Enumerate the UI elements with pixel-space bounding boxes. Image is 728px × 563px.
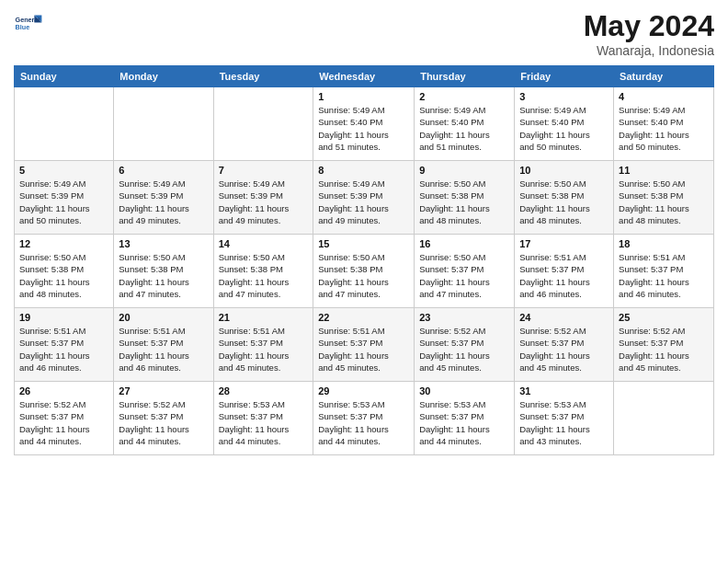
day-info: Sunrise: 5:51 AM Sunset: 5:37 PM Dayligh… [318, 325, 409, 373]
day-info: Sunrise: 5:49 AM Sunset: 5:40 PM Dayligh… [318, 104, 409, 153]
day-number: 16 [419, 238, 509, 249]
table-row: 8Sunrise: 5:49 AM Sunset: 5:39 PM Daylig… [313, 161, 415, 235]
day-number: 26 [19, 385, 108, 396]
day-number: 11 [619, 165, 709, 176]
table-row: 7Sunrise: 5:49 AM Sunset: 5:39 PM Daylig… [213, 161, 313, 235]
header-saturday: Saturday [614, 66, 714, 87]
day-info: Sunrise: 5:49 AM Sunset: 5:40 PM Dayligh… [419, 104, 509, 153]
table-row [15, 87, 114, 161]
day-number: 18 [619, 238, 709, 249]
day-info: Sunrise: 5:52 AM Sunset: 5:37 PM Dayligh… [519, 325, 609, 373]
day-info: Sunrise: 5:50 AM Sunset: 5:37 PM Dayligh… [419, 251, 509, 300]
table-row: 1Sunrise: 5:49 AM Sunset: 5:40 PM Daylig… [313, 87, 415, 161]
svg-text:Blue: Blue [16, 23, 30, 31]
table-row: 3Sunrise: 5:49 AM Sunset: 5:40 PM Daylig… [515, 87, 614, 161]
day-number: 19 [19, 312, 108, 323]
day-number: 3 [519, 91, 609, 102]
day-info: Sunrise: 5:52 AM Sunset: 5:37 PM Dayligh… [19, 398, 108, 447]
day-info: Sunrise: 5:49 AM Sunset: 5:39 PM Dayligh… [318, 178, 409, 226]
table-row: 20Sunrise: 5:51 AM Sunset: 5:37 PM Dayli… [114, 308, 213, 382]
day-info: Sunrise: 5:49 AM Sunset: 5:40 PM Dayligh… [519, 104, 609, 153]
calendar-table: Sunday Monday Tuesday Wednesday Thursday… [14, 65, 714, 455]
table-row: 23Sunrise: 5:52 AM Sunset: 5:37 PM Dayli… [415, 308, 515, 382]
day-info: Sunrise: 5:50 AM Sunset: 5:38 PM Dayligh… [619, 178, 709, 226]
day-info: Sunrise: 5:50 AM Sunset: 5:38 PM Dayligh… [219, 251, 309, 300]
calendar-location: Wanaraja, Indonesia [584, 43, 714, 58]
week-row-4: 19Sunrise: 5:51 AM Sunset: 5:37 PM Dayli… [15, 308, 714, 382]
day-number: 14 [219, 238, 309, 249]
day-info: Sunrise: 5:51 AM Sunset: 5:37 PM Dayligh… [19, 325, 108, 373]
day-number: 27 [119, 385, 208, 396]
table-row: 22Sunrise: 5:51 AM Sunset: 5:37 PM Dayli… [313, 308, 415, 382]
table-row: 10Sunrise: 5:50 AM Sunset: 5:38 PM Dayli… [515, 161, 614, 235]
table-row: 18Sunrise: 5:51 AM Sunset: 5:37 PM Dayli… [614, 235, 714, 308]
day-info: Sunrise: 5:52 AM Sunset: 5:37 PM Dayligh… [619, 325, 709, 373]
table-row: 19Sunrise: 5:51 AM Sunset: 5:37 PM Dayli… [15, 308, 114, 382]
logo-icon: General Blue [14, 9, 43, 39]
week-row-2: 5Sunrise: 5:49 AM Sunset: 5:39 PM Daylig… [15, 161, 714, 235]
day-number: 12 [19, 238, 108, 249]
table-row: 15Sunrise: 5:50 AM Sunset: 5:38 PM Dayli… [313, 235, 415, 308]
table-row: 21Sunrise: 5:51 AM Sunset: 5:37 PM Dayli… [213, 308, 313, 382]
table-row: 26Sunrise: 5:52 AM Sunset: 5:37 PM Dayli… [15, 382, 114, 455]
day-number: 7 [219, 165, 309, 176]
day-number: 21 [219, 312, 309, 323]
table-row: 29Sunrise: 5:53 AM Sunset: 5:37 PM Dayli… [313, 382, 415, 455]
day-info: Sunrise: 5:50 AM Sunset: 5:38 PM Dayligh… [119, 251, 208, 300]
day-info: Sunrise: 5:50 AM Sunset: 5:38 PM Dayligh… [19, 251, 108, 300]
header-tuesday: Tuesday [213, 66, 313, 87]
table-row: 2Sunrise: 5:49 AM Sunset: 5:40 PM Daylig… [415, 87, 515, 161]
day-number: 28 [219, 385, 309, 396]
day-number: 13 [119, 238, 208, 249]
day-info: Sunrise: 5:53 AM Sunset: 5:37 PM Dayligh… [318, 398, 409, 447]
day-info: Sunrise: 5:49 AM Sunset: 5:40 PM Dayligh… [619, 104, 709, 153]
day-info: Sunrise: 5:53 AM Sunset: 5:37 PM Dayligh… [519, 398, 609, 447]
table-row [114, 87, 213, 161]
day-info: Sunrise: 5:53 AM Sunset: 5:37 PM Dayligh… [419, 398, 509, 447]
calendar-title: May 2024 [584, 9, 714, 43]
day-number: 30 [419, 385, 509, 396]
day-info: Sunrise: 5:51 AM Sunset: 5:37 PM Dayligh… [619, 251, 709, 300]
day-info: Sunrise: 5:52 AM Sunset: 5:37 PM Dayligh… [419, 325, 509, 373]
day-number: 10 [519, 165, 609, 176]
table-row [614, 382, 714, 455]
week-row-3: 12Sunrise: 5:50 AM Sunset: 5:38 PM Dayli… [15, 235, 714, 308]
table-row: 16Sunrise: 5:50 AM Sunset: 5:37 PM Dayli… [415, 235, 515, 308]
table-row: 13Sunrise: 5:50 AM Sunset: 5:38 PM Dayli… [114, 235, 213, 308]
header-thursday: Thursday [415, 66, 515, 87]
day-number: 24 [519, 312, 609, 323]
table-row: 30Sunrise: 5:53 AM Sunset: 5:37 PM Dayli… [415, 382, 515, 455]
week-row-1: 1Sunrise: 5:49 AM Sunset: 5:40 PM Daylig… [15, 87, 714, 161]
day-number: 22 [318, 312, 409, 323]
header-sunday: Sunday [15, 66, 114, 87]
day-info: Sunrise: 5:50 AM Sunset: 5:38 PM Dayligh… [419, 178, 509, 226]
day-number: 29 [318, 385, 409, 396]
day-number: 15 [318, 238, 409, 249]
weekday-header-row: Sunday Monday Tuesday Wednesday Thursday… [15, 66, 714, 87]
header-friday: Friday [515, 66, 614, 87]
table-row: 5Sunrise: 5:49 AM Sunset: 5:39 PM Daylig… [15, 161, 114, 235]
day-info: Sunrise: 5:50 AM Sunset: 5:38 PM Dayligh… [519, 178, 609, 226]
day-number: 8 [318, 165, 409, 176]
day-number: 25 [619, 312, 709, 323]
day-number: 2 [419, 91, 509, 102]
page-container: General Blue May 2024 Wanaraja, Indonesi… [0, 0, 728, 465]
header: General Blue May 2024 Wanaraja, Indonesi… [14, 9, 714, 58]
table-row: 24Sunrise: 5:52 AM Sunset: 5:37 PM Dayli… [515, 308, 614, 382]
day-info: Sunrise: 5:49 AM Sunset: 5:39 PM Dayligh… [19, 178, 108, 226]
day-number: 23 [419, 312, 509, 323]
day-info: Sunrise: 5:49 AM Sunset: 5:39 PM Dayligh… [219, 178, 309, 226]
day-number: 20 [119, 312, 208, 323]
week-row-5: 26Sunrise: 5:52 AM Sunset: 5:37 PM Dayli… [15, 382, 714, 455]
table-row: 28Sunrise: 5:53 AM Sunset: 5:37 PM Dayli… [213, 382, 313, 455]
table-row: 9Sunrise: 5:50 AM Sunset: 5:38 PM Daylig… [415, 161, 515, 235]
header-wednesday: Wednesday [313, 66, 415, 87]
day-number: 5 [19, 165, 108, 176]
table-row: 27Sunrise: 5:52 AM Sunset: 5:37 PM Dayli… [114, 382, 213, 455]
day-info: Sunrise: 5:51 AM Sunset: 5:37 PM Dayligh… [119, 325, 208, 373]
table-row: 4Sunrise: 5:49 AM Sunset: 5:40 PM Daylig… [614, 87, 714, 161]
day-info: Sunrise: 5:50 AM Sunset: 5:38 PM Dayligh… [318, 251, 409, 300]
day-info: Sunrise: 5:51 AM Sunset: 5:37 PM Dayligh… [219, 325, 309, 373]
day-info: Sunrise: 5:51 AM Sunset: 5:37 PM Dayligh… [519, 251, 609, 300]
day-info: Sunrise: 5:52 AM Sunset: 5:37 PM Dayligh… [119, 398, 208, 447]
